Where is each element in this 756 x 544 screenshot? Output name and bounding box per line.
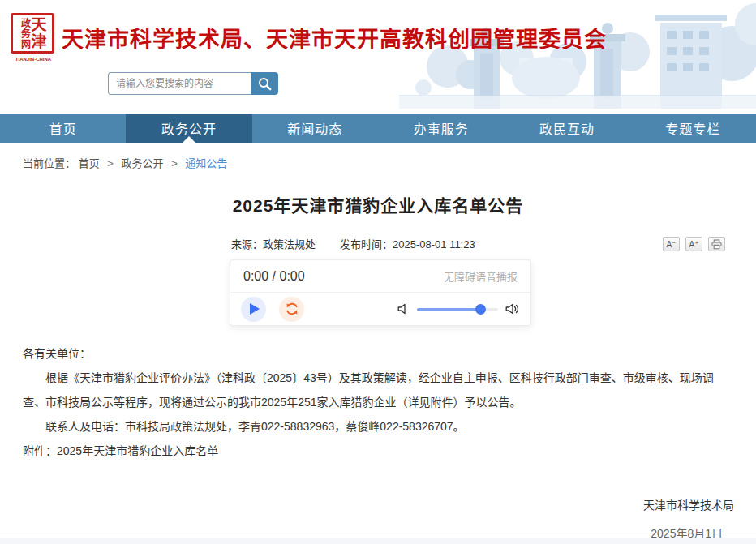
main-nav: 首页 政务公开 新闻动态 办事服务 政民互动 专题专栏 (0, 114, 756, 143)
play-icon (250, 303, 260, 315)
volume-low-icon[interactable] (397, 302, 410, 315)
nav-item-special-topics[interactable]: 专题专栏 (630, 114, 756, 143)
nav-item-news[interactable]: 新闻动态 (252, 114, 378, 143)
article-signature: 天津市科学技术局 (643, 496, 734, 512)
nav-item-home[interactable]: 首页 (0, 114, 126, 143)
seal-text-left: 政务网 (20, 18, 30, 49)
replay-icon (285, 302, 299, 316)
printer-icon (711, 239, 722, 250)
footer-strip (0, 538, 756, 544)
volume-fill (417, 308, 480, 311)
attachment-line: 附件：2025年天津市猎豹企业入库名单 (23, 439, 733, 463)
volume-slider[interactable] (417, 304, 498, 315)
article-paragraph: 联系人及电话：市科技局政策法规处，李青022-58832963，蔡俊峰022-5… (23, 414, 733, 439)
player-caption: 无障碍语音播报 (444, 268, 518, 284)
play-button[interactable] (241, 297, 266, 322)
article-paragraph: 根据《天津市猎豹企业评价办法》（津科政〔2025〕43号）及其政策解读，经企业自… (23, 366, 733, 414)
campus-gate-artwork (350, 0, 756, 112)
player-controls (230, 293, 530, 325)
breadcrumb-notices[interactable]: 通知公告 (185, 157, 227, 169)
attachment-label: 附件： (23, 444, 57, 457)
search-bar (108, 72, 278, 95)
search-icon (258, 77, 272, 91)
site-title: 天津市科学技术局、天津市天开高教科创园管理委员会 (62, 22, 607, 54)
breadcrumb-separator: > (107, 157, 114, 169)
article-publish-time: 发布时间：2025-08-01 11:23 (340, 236, 475, 251)
article-tools: A⁻ A⁺ (663, 237, 725, 251)
seal-caption: TIANJIN-CHINA (9, 57, 58, 62)
accessibility-audio-player: 0:00 / 0:00 无障碍语音播报 (230, 259, 531, 326)
volume-controls (397, 302, 520, 315)
breadcrumb-separator: > (171, 157, 178, 169)
seal-text-right: 天津 (30, 16, 45, 50)
article-body: 各有关单位： 根据《天津市猎豹企业评价办法》（津科政〔2025〕43号）及其政策… (23, 341, 733, 463)
breadcrumb-label: 当前位置： (23, 157, 75, 169)
player-time-display: 0:00 / 0:00 (243, 269, 305, 284)
breadcrumb-gov-affairs[interactable]: 政务公开 (122, 157, 164, 169)
article-title: 2025年天津市猎豹企业入库名单公告 (0, 192, 756, 216)
page: 天津 政务网 TIANJIN-CHINA 天津市科学技术局、天津市天开高教科创园… (0, 0, 756, 544)
search-input[interactable] (108, 72, 251, 95)
nav-item-gov-affairs[interactable]: 政务公开 (126, 114, 251, 143)
nav-item-interaction[interactable]: 政民互动 (504, 114, 629, 143)
font-increase-button[interactable]: A⁺ (685, 237, 702, 251)
nav-item-services[interactable]: 办事服务 (378, 114, 504, 143)
replay-button[interactable] (279, 297, 304, 322)
article-source: 来源：政策法规处 (231, 236, 316, 251)
attachment-link[interactable]: 2025年天津市猎豹企业入库名单 (57, 444, 218, 457)
volume-loud-icon[interactable] (505, 302, 520, 315)
header: 天津 政务网 TIANJIN-CHINA 天津市科学技术局、天津市天开高教科创园… (0, 0, 756, 114)
print-button[interactable] (708, 237, 725, 251)
article-meta: 来源：政策法规处 发布时间：2025-08-01 11:23 (231, 236, 475, 251)
article-paragraph: 各有关单位： (23, 341, 733, 366)
breadcrumb-home[interactable]: 首页 (79, 157, 100, 169)
breadcrumb: 当前位置： 首页 > 政务公开 > 通知公告 (23, 155, 227, 170)
font-decrease-button[interactable]: A⁻ (663, 237, 680, 251)
site-seal-logo: 天津 政务网 (11, 13, 54, 54)
volume-thumb[interactable] (475, 304, 486, 315)
search-button[interactable] (251, 72, 278, 95)
player-header: 0:00 / 0:00 无障碍语音播报 (230, 260, 530, 293)
